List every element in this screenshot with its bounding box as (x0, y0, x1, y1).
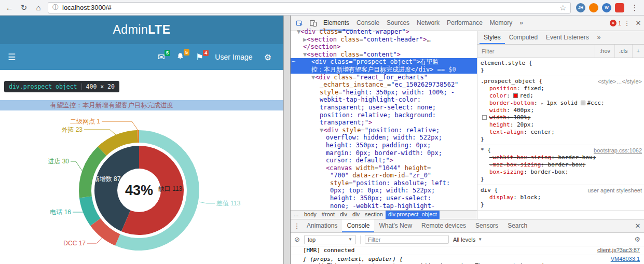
dom-tree-line[interactable]: 0px; top: 0px; width: 522px; (291, 187, 477, 194)
dom-tree-line[interactable]: position: relative; background: (291, 112, 477, 119)
dom-tree-line[interactable]: ▼<div class="react_for_echarts" (291, 74, 477, 81)
drawer-tab-sensors[interactable]: Sensors (471, 219, 503, 232)
extension-icon[interactable]: JH (576, 3, 585, 12)
breadcrumb-item[interactable]: div (350, 211, 362, 219)
dom-tree-line[interactable]: _echarts_instance_="ec_1502629738562" (291, 81, 477, 89)
drawer-tab-what-s-new[interactable]: What's New (374, 219, 417, 232)
style-property[interactable]: -webkit-box-sizing: border-box; (481, 154, 642, 161)
dom-tree-line[interactable]: ▶<section class="content-header">… (291, 36, 477, 44)
console-source-link[interactable]: VM48033:1 (611, 256, 640, 264)
color-swatch[interactable] (581, 101, 585, 105)
console-message[interactable]: ƒ (props, context, updater) { // This co… (291, 255, 644, 264)
style-property[interactable]: width: 100%; (481, 114, 642, 121)
drawer-tab-animations[interactable]: Animations (302, 219, 342, 232)
styles-filter-input[interactable]: Filter (482, 48, 494, 54)
home-icon[interactable]: ⌂ (33, 3, 44, 12)
rule-selector[interactable]: .prospect_object (481, 78, 536, 85)
dom-tree-line[interactable]: </section> (291, 43, 477, 51)
sidebar-toggle-icon[interactable]: ☰ (8, 52, 16, 63)
devtools-tab-memory[interactable]: Memory (486, 16, 516, 31)
rule-selector[interactable]: element.style (481, 60, 525, 67)
dom-tree-line[interactable]: webkit-tap-highlight-color: (291, 96, 477, 104)
drawer-menu-icon[interactable]: ⋮ (292, 222, 302, 230)
dom-tree-line[interactable]: margin: 0px; border-width: 0px; (291, 149, 477, 157)
dom-tree-line[interactable]: ▼<div class="content-wrapper"> (291, 28, 477, 36)
prospect-object-element[interactable]: 有望监控：本月新增有望客户目标完成进度 (0, 100, 283, 110)
execution-context-select[interactable]: top ▼ (304, 235, 356, 244)
drawer-tab-console[interactable]: Console (342, 219, 374, 232)
style-property[interactable]: border-bottom: ▸ 1px solid #ccc; (481, 100, 642, 107)
dom-tree-line[interactable]: ⋯<div class="prospect_object">有望监 (291, 58, 477, 66)
style-property[interactable]: display: block; (481, 194, 642, 201)
more-tabs-icon[interactable]: » (593, 31, 605, 44)
console-filter-input[interactable] (365, 235, 449, 244)
dom-tree-line[interactable]: "700" data-zr-dom-id="zr_0" (291, 172, 477, 179)
property-checkbox[interactable] (482, 115, 487, 120)
dom-tree-line[interactable]: none; -webkit-tap-highlight- (291, 202, 477, 210)
breadcrumb-item[interactable]: … (291, 211, 302, 219)
styles-toggle-hov[interactable]: :hov (595, 45, 614, 58)
inspect-element-icon[interactable] (293, 19, 306, 27)
dom-tree-line[interactable]: height: 350px; padding: 0px; (291, 142, 477, 149)
style-property[interactable]: height: 20px; (481, 121, 642, 129)
dom-tree-line[interactable]: style="position: absolute; left: (291, 179, 477, 187)
styles-toggle-[interactable]: + (632, 45, 644, 58)
echarts-canvas[interactable]: 差值 113DCC 17电话 16进店 30外拓 23二级网点 1缺口 113新… (0, 110, 271, 264)
rule-selector[interactable]: div (481, 187, 491, 194)
breadcrumb-item[interactable]: div (337, 211, 350, 219)
back-icon[interactable]: ← (4, 3, 15, 12)
rule-selector[interactable]: * (481, 147, 484, 154)
site-info-icon[interactable]: ⓘ (52, 3, 59, 12)
bookmark-star-icon[interactable]: ☆ (559, 4, 566, 12)
dom-tree-line[interactable]: transparent; user-select: none; (291, 104, 477, 112)
breadcrumb-item[interactable]: div.prospect_object (386, 211, 440, 219)
more-tabs-icon[interactable]: » (516, 16, 527, 31)
console-settings-icon[interactable]: ⚙ (634, 235, 640, 243)
style-property[interactable]: -moz-box-sizing: border-box; (481, 161, 642, 169)
breadcrumb-item[interactable]: section (362, 211, 386, 219)
breadcrumb-item[interactable]: #root (319, 211, 337, 219)
user-menu[interactable]: User Image (215, 53, 252, 61)
messages-menu[interactable]: ✉ 5 (158, 53, 165, 62)
styles-toggle-cls[interactable]: .cls (614, 45, 632, 58)
address-bar[interactable]: ⓘ localhost:3000/# ☆ (48, 2, 571, 13)
brand-logo[interactable]: AdminLTE (113, 23, 171, 37)
style-property[interactable]: position: fixed; (481, 85, 642, 92)
clear-console-icon[interactable]: ⊘ (294, 235, 300, 243)
error-badge[interactable]: ✕ 1 (610, 20, 621, 26)
log-level-select[interactable]: All levels ▼ (453, 237, 482, 243)
browser-menu-icon[interactable]: ⋮ (629, 3, 640, 12)
devtools-close-icon[interactable]: ✕ (633, 19, 644, 27)
devtools-splitter[interactable] (283, 16, 291, 264)
extension-icon[interactable]: W (602, 3, 611, 12)
device-toolbar-icon[interactable] (306, 19, 320, 27)
drawer-tab-remote-devices[interactable]: Remote devices (417, 219, 471, 232)
expand-arrow-icon[interactable]: ▸ (541, 101, 546, 106)
style-property[interactable]: text-align: center; (481, 129, 642, 136)
color-swatch[interactable] (513, 93, 518, 98)
rule-origin[interactable]: bootstrap.css:1062 (590, 147, 642, 154)
dom-tree-line[interactable]: ▼<div style="position: relative; (291, 127, 477, 134)
gear-icon[interactable]: ⚙ (264, 52, 271, 62)
dom-tree-line[interactable]: 控：本月新增有望客户目标完成进度</div> == $0 (291, 66, 477, 74)
devtools-menu-icon[interactable]: ⋮ (621, 19, 633, 27)
extension-icon[interactable] (615, 3, 624, 12)
prospect-donut-chart[interactable]: 差值 113DCC 17电话 16进店 30外拓 23二级网点 1缺口 113新… (0, 110, 271, 264)
notifications-menu[interactable]: 5 (176, 52, 184, 62)
dom-tree-line[interactable]: <canvas width="1044" height= (291, 164, 477, 172)
style-property[interactable]: box-sizing: border-box; (481, 169, 642, 176)
dom-tree-line[interactable]: transparent;"> (291, 119, 477, 127)
reload-icon[interactable]: ↻ (19, 3, 29, 12)
style-property[interactable]: color: red; (481, 92, 642, 100)
drawer-close-icon[interactable]: ✕ (632, 222, 644, 230)
dom-tree-line[interactable]: cursor: default;"> (291, 157, 477, 164)
styles-tab-computed[interactable]: Computed (505, 31, 542, 44)
extension-icon[interactable] (589, 3, 598, 12)
dom-tree-line[interactable]: style="height: 350px; width: 100%; - (291, 89, 477, 96)
dom-tree-line[interactable]: ▼<section class="content"> (291, 51, 477, 59)
console-source-link[interactable]: client.js?3ac3:87 (597, 247, 640, 254)
styles-tab-styles[interactable]: Styles (479, 31, 505, 44)
row-options-icon[interactable]: ⋯ (292, 58, 295, 66)
breadcrumb-item[interactable]: body (302, 211, 319, 219)
dom-tree-line[interactable]: height: 350px; user-select: (291, 194, 477, 202)
